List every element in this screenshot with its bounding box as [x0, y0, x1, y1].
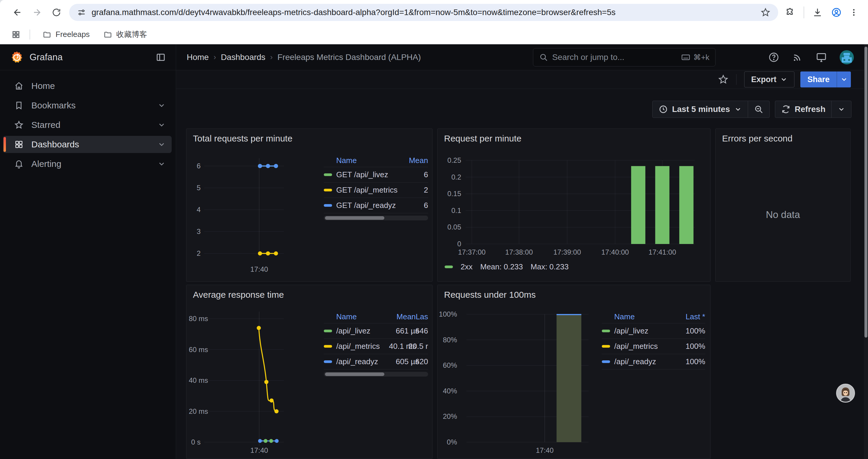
downloads-icon[interactable] [809, 3, 826, 22]
bookmark-icon [14, 101, 24, 110]
bookmark-folder-1[interactable]: Freeleaps [38, 27, 95, 42]
extensions-icon[interactable] [782, 3, 798, 22]
share-menu-chevron[interactable] [837, 71, 851, 88]
legend-row[interactable]: /api/_readyz605 µs620 [324, 354, 428, 369]
panel-request-per-minute[interactable]: Request per minute 0.250.20.150.10.05017… [437, 129, 711, 282]
time-controls: Last 5 minutes [186, 101, 851, 118]
panel-total-requests[interactable]: Total requests per minute 6543217:40Name… [186, 129, 433, 282]
y-axis-tick: 40 ms [189, 376, 200, 385]
y-axis-tick: 0 [438, 240, 461, 248]
dock-menu-icon[interactable] [156, 52, 166, 62]
dashboard-content: Export Share [176, 70, 868, 459]
floating-assistant-avatar[interactable] [836, 384, 855, 402]
x-axis-tick: 17:40:00 [601, 248, 629, 256]
legend-header: NameMean [324, 154, 428, 167]
search-input[interactable]: Search or jump to... ⌘+k [533, 48, 716, 66]
apps-grid-icon[interactable] [9, 28, 23, 42]
browser-reload-button[interactable] [47, 3, 66, 22]
series-color-swatch [602, 345, 610, 348]
chevron-down-icon[interactable] [157, 140, 166, 149]
bookmarks-divider [30, 30, 30, 40]
y-axis-tick: 0.1 [438, 206, 461, 215]
bookmark-folder-2[interactable]: 收藏博客 [99, 27, 152, 42]
sidebar-item-dashboards[interactable]: Dashboards [3, 136, 172, 153]
sidebar-item-home[interactable]: Home [3, 77, 172, 95]
help-icon[interactable] [768, 52, 779, 63]
x-axis-tick: 17:41:00 [649, 248, 676, 256]
chevron-down-icon[interactable] [157, 121, 166, 129]
site-settings-icon[interactable] [77, 8, 86, 17]
breadcrumb-separator: › [270, 53, 273, 62]
y-axis-tick: 0 s [189, 438, 200, 446]
legend-row[interactable]: /api/_metrics100% [602, 339, 705, 354]
chevron-down-icon [734, 105, 742, 113]
legend-row[interactable]: GET /api/_livez6 [324, 167, 428, 183]
breadcrumb-dashboards[interactable]: Dashboards [221, 53, 265, 62]
panel-title[interactable]: Average response time [193, 290, 284, 300]
series-color-swatch [445, 266, 453, 268]
bar-legend[interactable]: 2xxMean: 0.233Max: 0.233 [445, 262, 569, 271]
share-button[interactable]: Share [800, 71, 851, 88]
sidebar-item-bookmarks[interactable]: Bookmarks [3, 97, 172, 114]
kiosk-monitor-icon[interactable] [815, 52, 827, 63]
legend-row[interactable]: /api/_livez661 µs646 [324, 323, 428, 339]
x-axis-tick: 17:40 [536, 446, 554, 455]
panel-average-response-time[interactable]: Average response time 80 ms60 ms40 ms20 … [186, 285, 433, 459]
series-name: /api/_livez [614, 326, 649, 335]
chevron-down-icon[interactable] [157, 101, 166, 109]
legend-col-header[interactable]: Mean [409, 156, 428, 165]
export-button[interactable]: Export [744, 71, 795, 88]
news-rss-icon[interactable] [792, 52, 803, 63]
sidebar-item-alerting[interactable]: Alerting [3, 155, 172, 172]
x-axis-tick: 17:40 [250, 265, 268, 273]
panel-title[interactable]: Total requests per minute [193, 133, 292, 143]
chevron-down-icon[interactable] [157, 160, 166, 168]
browser-forward-button[interactable] [27, 3, 47, 22]
legend-col-header[interactable]: Name [602, 312, 686, 321]
address-bar[interactable]: grafana.mathmast.com/d/deytv4rwavabkb/fr… [69, 4, 778, 21]
breadcrumb-home[interactable]: Home [187, 53, 209, 62]
y-axis-tick: 80% [438, 336, 457, 344]
panel-requests-under-100ms[interactable]: Requests under 100ms 100%80%60%40%20%0%1… [437, 285, 711, 459]
legend-col-header[interactable]: Name [324, 312, 396, 321]
favorite-star-icon[interactable] [718, 74, 728, 85]
page-scrollbar[interactable] [864, 44, 868, 459]
time-picker-group: Last 5 minutes [652, 101, 770, 118]
legend-scrollbar[interactable] [324, 216, 428, 220]
legend-row[interactable]: GET /api/_readyz6 [324, 198, 428, 213]
legend-value: 6 [424, 201, 428, 210]
browser-menu-icon[interactable] [847, 3, 860, 22]
legend-series: /api/_livez [324, 326, 396, 335]
panel-title[interactable]: Request per minute [444, 133, 522, 143]
panel-title[interactable]: Requests under 100ms [444, 290, 536, 300]
legend-row[interactable]: GET /api/_metrics2 [324, 183, 428, 198]
refresh-icon [781, 104, 790, 114]
browser-back-button[interactable] [8, 3, 27, 22]
toolbar-right [782, 3, 860, 22]
scrollbar-thumb[interactable] [864, 47, 867, 338]
profile-icon[interactable] [829, 3, 844, 22]
legend-scrollbar-thumb[interactable] [325, 372, 384, 376]
legend-scrollbar[interactable] [324, 372, 428, 376]
panel-errors-per-second[interactable]: Errors per second No data [715, 129, 850, 282]
legend-col-header[interactable]: Mean [396, 312, 416, 321]
series-color-swatch [324, 173, 332, 176]
refresh-button[interactable]: Refresh [775, 101, 831, 118]
legend-col-header[interactable]: Last * [686, 312, 706, 321]
sidebar-item-starred[interactable]: Starred [3, 117, 172, 133]
chevron-down-icon [780, 76, 788, 83]
user-avatar[interactable] [840, 50, 854, 64]
time-range-picker[interactable]: Last 5 minutes [653, 101, 748, 118]
refresh-interval-chevron[interactable] [831, 101, 851, 118]
url-text[interactable]: grafana.mathmast.com/d/deytv4rwavabkb/fr… [92, 8, 761, 17]
bookmark-star-icon[interactable] [761, 7, 771, 18]
legend-row[interactable]: /api/_readyz100% [602, 354, 705, 369]
panel-title[interactable]: Errors per second [722, 133, 793, 143]
zoom-out-button[interactable] [748, 101, 769, 118]
legend-col-header[interactable]: Las [416, 312, 428, 321]
legend-scrollbar-thumb[interactable] [325, 216, 384, 220]
legend-row[interactable]: /api/_livez100% [602, 323, 705, 339]
legend-row[interactable]: /api/_metrics40.1 ms20.5 r [324, 339, 428, 354]
legend-col-header[interactable]: Name [324, 156, 409, 165]
x-axis-tick: 17:37:00 [458, 248, 486, 256]
